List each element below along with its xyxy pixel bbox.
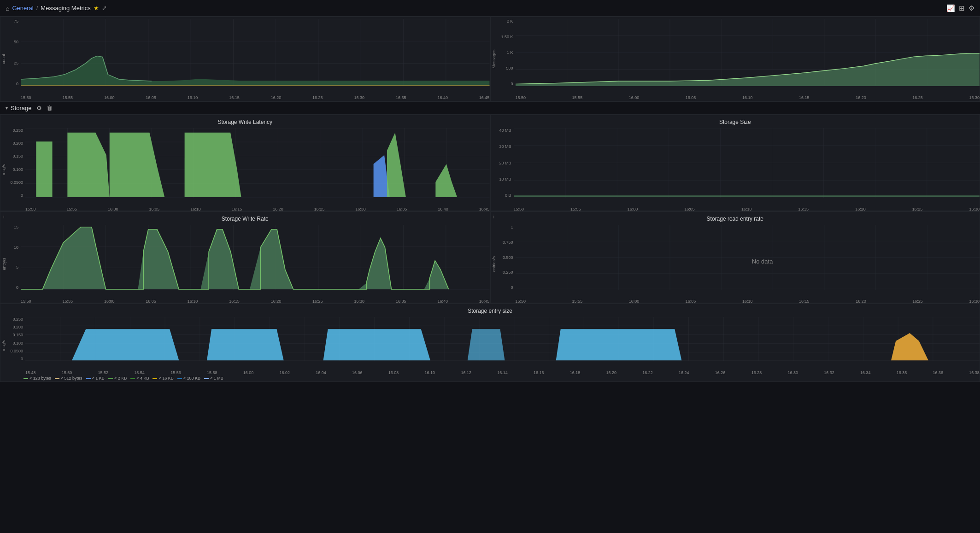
panel-entry-size: Storage entry size msg/s 0.250 0.200 0.1…	[0, 304, 980, 382]
read-entry-info-icon[interactable]: i	[493, 214, 494, 219]
breadcrumb: ⌂ General / Messaging Metrics ★ ⤢	[6, 5, 107, 12]
y-val-0: 0	[16, 82, 18, 86]
legend-color-128b	[23, 378, 28, 379]
entry-size-y-label: msg/s	[1, 340, 6, 351]
legend-color-1mb	[204, 378, 209, 379]
topbar-icons: 📈 ⊞ ⚙	[946, 4, 974, 12]
legend-1mb: < 1 MB	[204, 376, 223, 381]
write-latency-title: Storage Write Latency	[0, 115, 490, 127]
svg-marker-51	[435, 164, 457, 197]
svg-marker-129	[323, 329, 430, 360]
svg-marker-127	[72, 329, 179, 360]
storage-size-svg	[514, 128, 980, 198]
read-entry-svg	[516, 225, 980, 290]
x-16:30: 16:30	[354, 95, 365, 100]
share-icon[interactable]: ⤢	[102, 5, 107, 12]
x-15:50: 15:50	[21, 95, 31, 100]
grid-icon[interactable]: ⊞	[959, 4, 965, 12]
svg-marker-131	[556, 329, 682, 360]
legend-color-100kb	[177, 378, 182, 379]
svg-marker-50	[387, 133, 406, 197]
breadcrumb-separator: /	[36, 5, 38, 12]
no-data-label: No data	[752, 258, 773, 264]
svg-marker-80	[21, 227, 490, 289]
legend-color-1kb	[86, 378, 91, 379]
x-16:25: 16:25	[312, 95, 323, 100]
legend-100kb: < 100 KB	[177, 376, 200, 381]
panel-write-latency: Storage Write Latency msg/s 0.250 0.200 …	[0, 115, 490, 211]
messages-chart-svg	[516, 19, 980, 86]
svg-marker-132	[891, 333, 928, 360]
write-latency-svg	[25, 128, 490, 198]
top-row: count 75 50 25 0	[0, 17, 980, 102]
legend-128b: < 128 bytes	[23, 376, 51, 381]
svg-marker-65	[514, 195, 980, 197]
read-entry-y-label: entries/s	[492, 256, 496, 271]
svg-marker-28	[516, 53, 980, 86]
storage-chevron: ▾	[6, 105, 8, 111]
y-val-25: 25	[14, 61, 18, 65]
entry-size-svg	[25, 317, 980, 361]
panel-read-entry-rate: i Storage read entry rate entries/s 1 0.…	[490, 211, 980, 303]
write-rate-svg	[21, 225, 490, 290]
chart-toggle-icon[interactable]: 📈	[946, 4, 955, 12]
panel-messages: Messages 2 K 1.50 K 1 K 500 0	[490, 17, 980, 101]
storage-settings-icon[interactable]: ⚙	[36, 105, 42, 111]
svg-marker-130	[468, 329, 505, 360]
write-rate-info-icon[interactable]: i	[3, 214, 4, 219]
home-icon: ⌂	[6, 5, 9, 12]
legend-1kb: < 1 KB	[86, 376, 105, 381]
page-title: Messaging Metrics	[41, 5, 90, 12]
write-latency-y-label: msg/s	[1, 164, 6, 175]
svg-marker-46	[67, 133, 109, 197]
dashboard: count 75 50 25 0	[0, 17, 980, 533]
legend-color-16kb	[153, 378, 157, 379]
y-2k: 2 K	[507, 19, 513, 23]
x-16:20: 16:20	[271, 95, 282, 100]
legend-2kb: < 2 KB	[108, 376, 127, 381]
panel-count: count 75 50 25 0	[0, 17, 490, 101]
breadcrumb-general[interactable]: General	[12, 5, 33, 12]
y-1k: 1 K	[507, 50, 513, 55]
legend-16kb: < 16 KB	[153, 376, 173, 381]
settings-icon[interactable]: ⚙	[968, 4, 974, 12]
x-16:15: 16:15	[229, 95, 240, 100]
storage-row-2: i Storage Write Rate entry/s 15 10 5 0	[0, 211, 980, 304]
svg-marker-14	[21, 56, 490, 86]
write-rate-title: Storage Write Rate	[0, 212, 490, 224]
svg-marker-128	[207, 329, 284, 360]
panel-write-rate: i Storage Write Rate entry/s 15 10 5 0	[0, 211, 490, 303]
x-16:00: 16:00	[104, 95, 115, 100]
panel-storage-size: Storage Size 40 MB 30 MB 20 MB 10 MB 0 B	[490, 115, 980, 211]
storage-size-title: Storage Size	[491, 115, 980, 127]
x-16:05: 16:05	[146, 95, 156, 100]
storage-section-header[interactable]: ▾ Storage ⚙ 🗑	[0, 102, 980, 115]
x-16:35: 16:35	[396, 95, 406, 100]
svg-marker-47	[110, 133, 164, 197]
read-entry-rate-title: Storage read entry rate	[491, 212, 980, 224]
legend-color-2kb	[108, 378, 113, 379]
x-16:40: 16:40	[437, 95, 448, 100]
y-val-50: 50	[14, 40, 18, 44]
legend-512b: < 512 bytes	[55, 376, 82, 381]
x-16:45: 16:45	[479, 95, 490, 100]
storage-trash-icon[interactable]: 🗑	[47, 105, 53, 111]
legend-color-512b	[55, 378, 59, 379]
y-val-75: 75	[14, 19, 18, 23]
write-rate-y-label: entry/s	[1, 258, 6, 270]
y-axis-label-messages: Messages	[492, 49, 496, 68]
count-chart-svg	[21, 19, 490, 86]
y-axis-label-count: count	[1, 54, 6, 64]
star-icon[interactable]: ★	[94, 5, 99, 12]
entry-size-legend: < 128 bytes < 512 bytes < 1 KB < 2 KB < …	[0, 375, 980, 382]
x-15:55: 15:55	[62, 95, 73, 100]
svg-marker-48	[185, 133, 241, 197]
y-0-msg: 0	[511, 82, 513, 86]
y-1.5k: 1.50 K	[501, 35, 513, 39]
x-16:10: 16:10	[188, 95, 198, 100]
storage-title: Storage	[11, 105, 32, 111]
svg-marker-45	[36, 141, 52, 197]
y-500: 500	[506, 66, 513, 70]
legend-color-4kb	[130, 378, 135, 379]
storage-row-1: Storage Write Latency msg/s 0.250 0.200 …	[0, 115, 980, 211]
